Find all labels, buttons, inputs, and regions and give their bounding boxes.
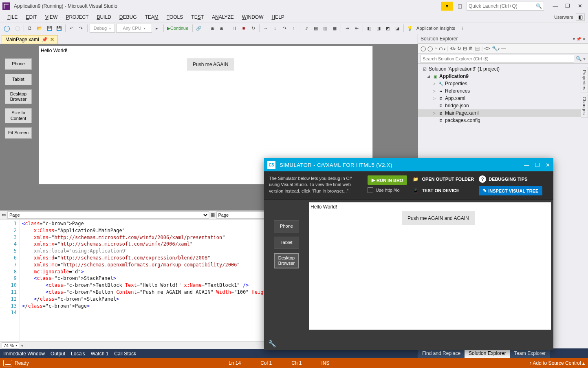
se-collapse-button[interactable]: ⊟ [463,46,467,51]
se-sync-button[interactable]: ⟲▾ [450,46,456,51]
config-combo[interactable]: Debug▾ [90,24,115,33]
toolbar-btn-3[interactable]: ⫽ [302,24,311,33]
split-left-box-icon[interactable]: ▭ [0,212,7,217]
minimize-button[interactable]: — [550,2,561,10]
tab-solution-explorer[interactable]: Solution Explorer [465,349,510,358]
sim-maximize-button[interactable]: ❐ [535,162,540,168]
menu-build[interactable]: BUILD [92,13,115,21]
app-insights-button[interactable]: Application Insights [415,24,457,33]
panel-dropdown-icon[interactable]: ▾ [573,37,575,41]
undo-button[interactable]: ↶ [68,24,76,33]
device-phone-button[interactable]: Phone [5,58,32,70]
test-on-device-button[interactable]: 📱TEST ON DEVICE [412,187,474,194]
quick-launch-input[interactable] [469,3,536,9]
save-button[interactable]: 💾 [46,24,54,33]
expand-icon[interactable]: ▷ [433,111,438,115]
checkbox-icon[interactable] [368,187,373,193]
tree-solution-node[interactable]: ☑ Solution 'Application9' (1 project) [418,65,588,73]
pause-button[interactable]: ⏸ [230,24,238,33]
platform-combo[interactable]: Any CPU▾ [116,24,152,33]
device-size-content-button[interactable]: Size to Content [5,108,32,123]
tree-appxaml-node[interactable]: ▷ 🗎 App.xaml [418,95,588,102]
tab-immediate-window[interactable]: Immediate Window [3,351,45,357]
se-forward-button[interactable]: ◯ [427,46,433,51]
sim-desktop-button[interactable]: Desktop Browser [274,253,299,268]
menu-window[interactable]: WINDOW [238,13,268,21]
menu-view[interactable]: VIEW [41,13,62,21]
toolbar-btn-10[interactable]: ◨ [374,24,383,33]
tree-bridgejson-node[interactable]: 🗎 bridge.json [418,102,588,109]
pin-icon[interactable]: 📌 [42,37,48,42]
sim-minimize-button[interactable]: — [524,162,529,168]
sim-phone-button[interactable]: Phone [274,220,299,233]
tab-callstack[interactable]: Call Stack [114,351,136,357]
tree-references-node[interactable]: ▷ ▪▪ References [418,87,588,95]
menu-debug[interactable]: DEBUG [115,13,141,21]
tab-locals[interactable]: Locals [71,351,85,357]
nav-back-button[interactable]: ◯ [2,24,12,33]
menu-file[interactable]: FILE [3,13,22,21]
zoom-scroll-left[interactable]: ◂ [21,343,23,348]
zoom-combo[interactable]: 74 %▾ [2,342,19,349]
menu-edit[interactable]: EDIT [22,13,41,21]
menu-tools[interactable]: TOOLS [163,13,187,21]
platform-extra[interactable]: ▸ [153,24,161,33]
simulator-canvas[interactable]: Hello World! Push me AGAIN and AGAIN [309,202,551,330]
tree-properties-node[interactable]: ▷ 🔧 Properties [418,80,588,87]
se-home-button[interactable]: ⌂ [434,46,437,51]
toolbar-btn-1[interactable]: ⊞ [208,24,216,33]
se-viewcode-button[interactable]: <> [484,46,490,51]
tab-close-icon[interactable]: ✕ [50,37,54,42]
continue-button[interactable]: ▶ Continue [166,24,190,33]
menu-team[interactable]: TEAM [141,13,162,21]
save-all-button[interactable]: 💾 [55,24,63,33]
se-wrench-button[interactable]: 🔧▾ [492,46,500,51]
toolbar-overflow[interactable]: ⁝ [458,24,467,33]
expand-icon[interactable]: ▷ [433,82,438,86]
tab-mainpage-xaml[interactable]: MainPage.xaml 📌 ✕ [2,35,58,44]
restart-button[interactable]: ↻ [249,24,257,33]
toolbar-btn-5[interactable]: ▥ [321,24,329,33]
close-button[interactable]: ✕ [574,2,586,10]
sim-close-button[interactable]: ✕ [546,162,550,168]
device-fit-screen-button[interactable]: Fit Screen [5,127,32,139]
panel-pin-icon[interactable]: 📌 [576,37,581,41]
toolbar-btn-9[interactable]: ◧ [365,24,373,33]
sim-button[interactable]: Push me AGAIN and AGAIN [402,211,475,225]
expand-icon[interactable]: ◢ [427,74,432,78]
menu-test[interactable]: TEST [187,13,208,21]
split-right-box-icon[interactable]: ▦ [209,212,216,217]
tab-find-replace[interactable]: Find and Replace [418,349,465,358]
tab-output[interactable]: Output [51,351,65,357]
menu-project[interactable]: PROJECT [62,13,92,21]
use-http-checkbox[interactable]: Use http://lo [368,187,407,193]
tree-project-node[interactable]: ◢ ▣ Application9 [418,73,588,80]
se-scope-button[interactable]: 🗀▾ [439,46,445,51]
side-tab-changes[interactable]: Changes [581,94,588,117]
user-label[interactable]: Userware [554,15,576,20]
new-project-button[interactable]: 🗋 [26,24,34,33]
toolbar-btn-6[interactable]: ▦ [330,24,339,33]
toolbar-btn-4[interactable]: ▤ [312,24,320,33]
tab-watch1[interactable]: Watch 1 [91,351,109,357]
wrench-icon[interactable]: 🔧 [268,340,276,348]
source-control-button[interactable]: ↑ Add to Source Control ▴ [529,360,585,366]
expand-icon[interactable]: ▷ [433,89,438,93]
step-out-button[interactable]: ↑ [290,24,298,33]
se-back-button[interactable]: ◯ [421,46,426,51]
scope-select-left[interactable]: Page [7,211,209,219]
device-tablet-button[interactable]: Tablet [5,74,32,85]
user-avatar-icon[interactable]: ◧ [576,13,585,21]
toolbar-btn-8[interactable]: ⇤ [352,24,361,33]
nav-forward-button[interactable]: ◯ [13,24,22,33]
stop-button[interactable]: ■ [240,24,248,33]
toolbar-btn-12[interactable]: ◪ [393,24,401,33]
inspect-visual-tree-button[interactable]: ✎ INSPECT VISUAL TREE [479,186,542,195]
toolbar-btn-11[interactable]: ◩ [384,24,392,33]
se-search-input[interactable] [421,55,574,63]
debugging-tips-button[interactable]: ?DEBUGGING TIPS [479,175,542,183]
redo-button[interactable]: ↷ [77,24,85,33]
menu-help[interactable]: HELP [267,13,288,21]
device-desktop-button[interactable]: Desktop Browser [5,89,32,104]
notification-flag-icon[interactable]: ▾ [441,2,453,11]
